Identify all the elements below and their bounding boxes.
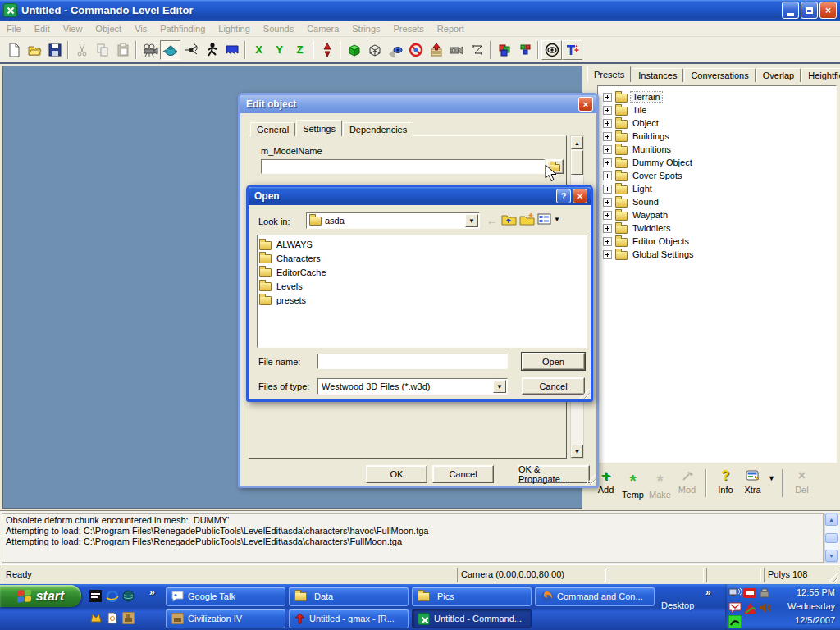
menu-item-camera[interactable]: Camera — [300, 21, 345, 36]
vis-blocker-icon[interactable] — [405, 40, 426, 60]
menu-item-report[interactable]: Report — [431, 21, 471, 36]
file-list-item[interactable]: EditorCache — [259, 265, 585, 279]
object-parts-icon[interactable] — [514, 40, 535, 60]
mod-button[interactable]: Mod — [673, 468, 701, 495]
xtra-button[interactable]: Xtra — [739, 468, 766, 495]
expand-icon[interactable] — [603, 198, 612, 207]
tree-item[interactable]: Tile — [600, 103, 834, 116]
up-folder-icon[interactable] — [501, 212, 517, 228]
copy-icon[interactable] — [92, 40, 112, 60]
expand-icon[interactable] — [603, 145, 612, 154]
cancel-button[interactable]: Cancel — [522, 377, 585, 395]
paste-icon[interactable] — [112, 40, 133, 60]
files-of-type-combobox[interactable]: Westwood 3D Files (*.w3d) ▼ — [317, 378, 508, 395]
tree-item[interactable]: Sound — [600, 195, 834, 208]
taskbar-button-browser[interactable]: Command and Con... — [535, 587, 655, 606]
file-list-item[interactable]: Characters — [259, 251, 585, 265]
tree-item[interactable]: Terrain — [600, 90, 834, 103]
xtra-dropdown-icon[interactable]: ▼ — [768, 474, 775, 482]
ati-icon[interactable] — [743, 587, 756, 600]
look-in-dropdown-icon[interactable]: ▼ — [465, 214, 478, 227]
tab-dependencies[interactable]: Dependencies — [343, 122, 413, 136]
object-groups-icon[interactable] — [494, 40, 514, 60]
start-button[interactable]: start — [0, 585, 81, 607]
look-in-combobox[interactable]: asda ▼ — [306, 212, 480, 229]
expand-icon[interactable] — [603, 171, 612, 180]
open-file-icon[interactable] — [24, 40, 44, 60]
vis-camera-icon[interactable] — [541, 40, 562, 60]
quicklaunch-civ-icon[interactable] — [121, 611, 135, 625]
expand-icon[interactable] — [603, 106, 612, 115]
expand-icon[interactable] — [603, 211, 612, 220]
info-button[interactable]: ?Info — [712, 468, 739, 495]
new-folder-icon[interactable] — [519, 212, 535, 228]
close-button[interactable]: × — [819, 2, 837, 19]
taskbar-button-gmax[interactable]: Untitled - gmax - [R... — [289, 609, 409, 628]
expand-icon[interactable] — [603, 132, 612, 141]
text-labels-icon[interactable] — [562, 40, 582, 60]
axis-x-icon[interactable]: X — [249, 40, 269, 60]
angle-tool-icon[interactable] — [467, 40, 487, 60]
taskbar-button-google-talk[interactable]: Google Talk — [166, 587, 285, 606]
quicklaunch-document-icon[interactable] — [105, 611, 119, 625]
rotate-axes-icon[interactable] — [180, 40, 201, 60]
edit-dialog-close-icon[interactable]: × — [578, 97, 593, 112]
menu-item-vis[interactable]: Vis — [128, 21, 153, 36]
cut-icon[interactable] — [71, 40, 92, 60]
scroll-down-icon[interactable]: ▼ — [825, 550, 838, 562]
files-of-type-dropdown-icon[interactable]: ▼ — [493, 380, 506, 393]
camera-settings-icon[interactable] — [446, 40, 467, 60]
import-asset-icon[interactable] — [426, 40, 446, 60]
desktop-toolbar-label[interactable]: Desktop — [661, 600, 694, 610]
menu-item-sounds[interactable]: Sounds — [257, 21, 300, 36]
tab-instances[interactable]: Instances — [632, 68, 683, 82]
menu-item-file[interactable]: File — [0, 21, 28, 36]
expand-icon[interactable] — [603, 224, 612, 233]
menu-item-object[interactable]: Object — [89, 21, 128, 36]
taskbar-button-data[interactable]: Data — [289, 587, 409, 606]
expand-icon[interactable] — [603, 185, 612, 194]
quicklaunch-ie-icon[interactable] — [105, 589, 119, 603]
gmail-icon[interactable] — [728, 601, 742, 614]
new-file-icon[interactable] — [3, 40, 24, 60]
axis-y-icon[interactable]: Y — [269, 40, 290, 60]
temp-button[interactable]: *Temp — [619, 468, 646, 500]
make-button[interactable]: *Make — [646, 468, 673, 500]
save-icon[interactable] — [44, 40, 65, 60]
menu-item-strings[interactable]: Strings — [345, 21, 386, 36]
ok-propagate-button[interactable]: OK & Propagate... — [518, 465, 590, 483]
walk-character-icon[interactable] — [201, 40, 221, 60]
scrollbar-thumb[interactable] — [825, 533, 838, 543]
file-list-item[interactable]: presets — [259, 293, 585, 307]
cancel-button[interactable]: Cancel — [432, 465, 494, 483]
expand-icon[interactable] — [603, 119, 612, 128]
menu-item-edit[interactable]: Edit — [28, 21, 57, 36]
expand-icon[interactable] — [603, 250, 612, 259]
quicklaunch-game-icon[interactable] — [89, 611, 103, 625]
tab-general[interactable]: General — [250, 122, 295, 136]
taskbar-button-civilization[interactable]: Civilization IV — [166, 609, 285, 628]
del-button[interactable]: ×Del — [788, 468, 815, 495]
antivirus-icon[interactable] — [743, 601, 756, 614]
quicklaunch-overflow-icon[interactable]: » — [149, 587, 155, 598]
tab-heightfield[interactable]: Heightfield — [801, 68, 840, 82]
back-icon[interactable]: ← — [486, 214, 498, 227]
render-teapot-icon[interactable] — [160, 40, 180, 60]
toggle-visibility-icon[interactable] — [385, 40, 405, 60]
menu-item-view[interactable]: View — [57, 21, 89, 36]
open-button[interactable]: Open — [522, 353, 585, 370]
tree-item[interactable]: Editor Objects — [600, 235, 834, 248]
tree-item[interactable]: Cover Spots — [600, 169, 834, 182]
tree-item[interactable]: Object — [600, 116, 834, 130]
tray-clock[interactable]: 12:55 PM — [797, 587, 835, 597]
file-name-input[interactable] — [317, 354, 508, 369]
file-list-item[interactable]: Levels — [259, 279, 585, 293]
wireframe-view-icon[interactable] — [364, 40, 385, 60]
camera-rig-icon[interactable] — [139, 40, 160, 60]
volume-icon[interactable] — [758, 601, 771, 614]
taskbar-button-leveledit[interactable]: Untitled - Command... — [412, 609, 532, 628]
tab-overlap[interactable]: Overlap — [756, 68, 801, 82]
solid-view-icon[interactable] — [344, 40, 364, 60]
tree-item[interactable]: Dummy Object — [600, 156, 834, 169]
open-dialog-close-icon[interactable]: × — [573, 189, 587, 203]
